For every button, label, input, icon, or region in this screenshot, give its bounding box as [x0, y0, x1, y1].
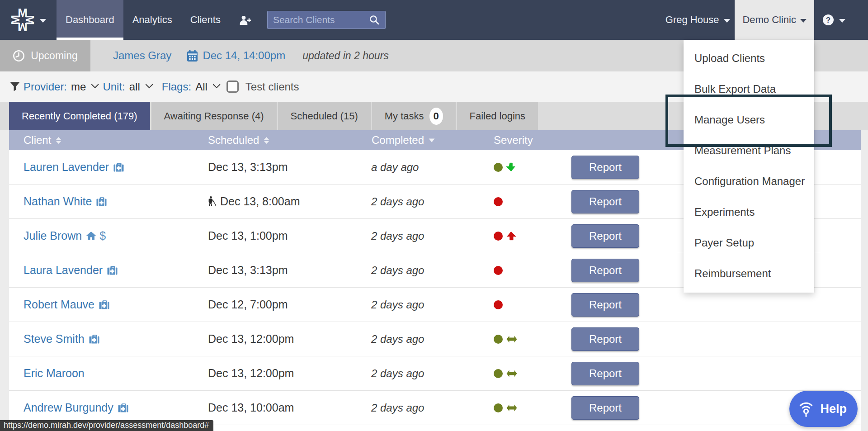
help-menu[interactable]: ? [814, 0, 868, 40]
upcoming-client-link[interactable]: James Gray [113, 49, 171, 62]
report-button[interactable]: Report [571, 327, 639, 351]
dropdown-item-bulk-export-data[interactable]: Bulk Export Data [684, 74, 814, 104]
client-cell: Laura Lavender [9, 264, 208, 277]
dropdown-item-measurement-plans[interactable]: Measurement Plans [684, 135, 814, 166]
completed-cell: 2 days ago [371, 195, 493, 208]
severity-cell [493, 300, 571, 309]
tab-scheduled-label: Scheduled (15) [291, 110, 358, 122]
column-header-completed-label: Completed [372, 134, 424, 147]
tab-my-tasks[interactable]: My tasks 0 [372, 102, 456, 130]
dropdown-item-configuration-manager[interactable]: Configuration Manager [684, 166, 814, 197]
severity-cell [493, 403, 571, 412]
medkit-icon-wrap [96, 197, 107, 206]
column-header-client[interactable]: Client [9, 134, 208, 147]
scheduled-text: Dec 13, 3:13pm [208, 264, 288, 277]
dropdown-item-experiments[interactable]: Experiments [684, 197, 814, 227]
status-bar-url-text: https://demo.mirah.dev/provider/assessme… [4, 421, 209, 430]
completed-cell: 2 days ago [371, 367, 493, 380]
tab-scheduled[interactable]: Scheduled (15) [278, 102, 371, 130]
tab-awaiting-response[interactable]: Awaiting Response (4) [151, 102, 277, 130]
column-header-scheduled[interactable]: Scheduled [208, 134, 371, 147]
client-name-link[interactable]: Nathan White [24, 195, 92, 208]
severity-dot-icon [494, 403, 503, 412]
upcoming-chip[interactable]: Upcoming [0, 40, 90, 71]
nav-item-dashboard[interactable]: Dashboard [57, 0, 123, 40]
client-cell: Robert Mauve [9, 298, 208, 311]
nav-item-clients[interactable]: Clients [181, 0, 230, 40]
clinic-menu[interactable]: Demo Clinic [735, 0, 814, 40]
table-row: Eric Maroon Dec 13, 12:00pm 2 days ago R… [9, 356, 861, 391]
severity-trend [506, 369, 517, 378]
scheduled-text: Dec 13, 3:13pm [208, 161, 288, 174]
column-header-completed[interactable]: Completed [371, 134, 493, 147]
upcoming-datetime-link[interactable]: Dec 14, 14:00pm [203, 49, 285, 62]
client-name-link[interactable]: Steve Smith [24, 332, 85, 346]
medkit-icon-wrap [113, 162, 124, 172]
scheduled-text: Dec 13, 1:00pm [208, 229, 288, 242]
help-button[interactable]: Help [789, 391, 858, 427]
completed-text: 2 days ago [371, 402, 424, 414]
severity-arrow-leftright-icon [506, 404, 517, 412]
flags-filter-value: All [195, 81, 208, 93]
search-icon[interactable] [369, 14, 380, 25]
client-cell: Eric Maroon [9, 367, 208, 380]
client-name-link[interactable]: Lauren Lavender [24, 161, 109, 174]
client-cell: Nathan White [9, 195, 208, 208]
navbar: M M M M Dashboard Analytics Clients Greg… [0, 0, 868, 40]
flags-filter[interactable]: Flags: All [162, 81, 218, 93]
client-flag-icons: $ [86, 229, 106, 242]
report-button[interactable]: Report [571, 224, 639, 248]
dropdown-item-payer-setup[interactable]: Payer Setup [684, 227, 814, 258]
client-name-link[interactable]: Robert Mauve [24, 298, 94, 311]
action-cell: Report [571, 293, 861, 317]
medkit-icon-wrap [99, 300, 109, 309]
sort-desc-icon [429, 138, 435, 142]
severity-trend [506, 231, 516, 241]
report-button[interactable]: Report [571, 362, 639, 385]
medkit-icon-wrap [89, 334, 99, 344]
dropdown-item-manage-users[interactable]: Manage Users [684, 104, 814, 135]
dropdown-item-upload-clients[interactable]: Upload Clients [684, 43, 814, 74]
column-header-severity: Severity [493, 134, 571, 147]
search-clients-input[interactable] [273, 14, 369, 25]
tab-failed-logins[interactable]: Failed logins [457, 102, 538, 130]
home-icon-wrap [86, 232, 96, 240]
medkit-icon [96, 197, 107, 206]
severity-dot-icon [494, 163, 503, 172]
nav-item-analytics[interactable]: Analytics [123, 0, 181, 40]
unit-filter-label: Unit: [103, 81, 125, 93]
client-name-link[interactable]: Julie Brown [24, 229, 82, 242]
column-header-scheduled-label: Scheduled [208, 134, 259, 147]
unit-filter[interactable]: Unit: all [103, 81, 151, 93]
report-button[interactable]: Report [571, 396, 639, 420]
report-button[interactable]: Report [571, 259, 639, 282]
medkit-icon [107, 265, 118, 275]
provider-filter[interactable]: Provider: me [24, 81, 97, 93]
add-client-button[interactable] [230, 0, 261, 40]
table-row: Robert Mauve Dec 12, 7:00pm 2 days ago R… [9, 288, 861, 322]
scheduled-text: Dec 13, 12:00pm [208, 367, 294, 380]
client-name-link[interactable]: Andrew Burgundy [24, 401, 113, 414]
brand-menu[interactable]: M M M M [0, 0, 57, 40]
user-menu[interactable]: Greg House [661, 0, 735, 40]
severity-dot-icon [494, 369, 503, 378]
report-button[interactable]: Report [571, 156, 639, 179]
tab-recently-completed[interactable]: Recently Completed (179) [9, 102, 150, 130]
question-circle-icon: ? [822, 14, 834, 26]
calendar-icon [187, 50, 198, 62]
severity-dot-icon [494, 266, 503, 275]
client-name-link[interactable]: Eric Maroon [24, 367, 85, 380]
provider-filter-label: Provider: [24, 81, 67, 93]
flags-chevron-icon [212, 81, 220, 88]
dropdown-item-reimbursement[interactable]: Reimbursement [684, 258, 814, 289]
completed-cell: 2 days ago [371, 402, 493, 414]
mirah-logo-icon: M M M M [10, 8, 35, 32]
report-button[interactable]: Report [571, 293, 639, 317]
tab-awaiting-response-label: Awaiting Response (4) [164, 110, 264, 122]
client-name-link[interactable]: Laura Lavender [24, 264, 103, 277]
test-clients-checkbox[interactable] [226, 81, 239, 93]
severity-dot-icon [494, 300, 503, 309]
severity-cell [493, 335, 571, 344]
report-button[interactable]: Report [571, 190, 639, 213]
sort-both-icon [56, 137, 61, 144]
